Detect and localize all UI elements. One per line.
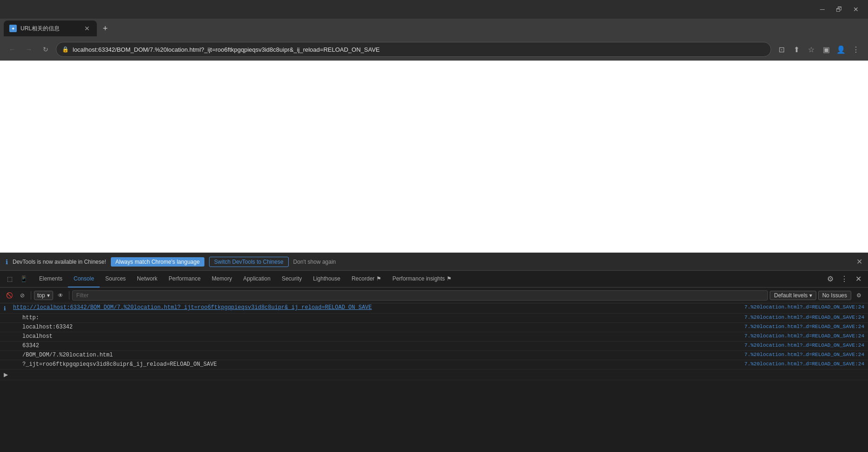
sub-right-5[interactable]: 7.%20location.html?…d=RELOAD_ON_SAVE:24	[745, 361, 864, 367]
tab-console[interactable]: Console	[68, 271, 100, 288]
nav-actions: ⊡ ⬆ ☆ ▣ 👤 ⋮	[775, 43, 862, 56]
table-row: localhost:63342 7.%20location.html?…d=RE…	[0, 323, 868, 332]
minimize-button[interactable]: ─	[816, 3, 829, 16]
share-icon[interactable]: ⬆	[790, 43, 803, 56]
tab-security[interactable]: Security	[276, 271, 307, 288]
table-row: http: 7.%20location.html?…d=RELOAD_ON_SA…	[0, 314, 868, 323]
back-button[interactable]: ←	[6, 43, 19, 56]
toolbar-separator	[31, 291, 31, 300]
tab-application[interactable]: Application	[237, 271, 276, 288]
toolbar-separator2	[69, 291, 69, 300]
no-issues-label: No Issues	[822, 292, 847, 299]
sub-right-4[interactable]: 7.%20location.html?…d=RELOAD_ON_SAVE:24	[745, 352, 864, 357]
tab-close-button[interactable]: ✕	[83, 24, 91, 33]
sub-text-3: 63342	[22, 342, 745, 349]
notification-icon: ℹ	[6, 258, 8, 266]
screenshot-icon[interactable]: ⊡	[775, 43, 788, 56]
context-selector[interactable]: top ▾	[34, 291, 53, 300]
url-bar[interactable]: 🔒 localhost:63342/BOM_DOM/7.%20location.…	[56, 42, 771, 57]
devtools-tabs: ⬚ 📱 Elements Console Sources Network Per…	[0, 271, 868, 288]
devtools-panel: ℹ DevTools is now available in Chinese! …	[0, 253, 868, 452]
console-expand-row[interactable]: ▶	[0, 370, 868, 380]
always-match-language-button[interactable]: Always match Chrome's language	[111, 257, 204, 267]
device-toolbar-icon[interactable]: 📱	[18, 273, 30, 285]
tab-memory[interactable]: Memory	[206, 271, 237, 288]
profile-icon[interactable]: 👤	[834, 43, 848, 56]
sub-text-1: localhost:63342	[22, 324, 745, 330]
notification-bar: ℹ DevTools is now available in Chinese! …	[0, 253, 868, 271]
sub-text-4: /BOM_DOM/7.%20location.html	[22, 352, 745, 358]
new-tab-button[interactable]: +	[99, 22, 112, 35]
table-row: 63342 7.%20location.html?…d=RELOAD_ON_SA…	[0, 342, 868, 351]
context-dropdown-arrow: ▾	[47, 292, 50, 299]
console-settings-icon[interactable]: ⚙	[853, 290, 864, 301]
expand-arrow-icon[interactable]: ▶	[4, 371, 8, 378]
lock-icon: 🔒	[62, 46, 69, 53]
tab-bar: ✦ URL相关的信息 ✕ +	[0, 19, 868, 38]
console-info-icon: ℹ	[4, 305, 6, 312]
dont-show-again-link[interactable]: Don't show again	[293, 259, 336, 265]
switch-to-chinese-button[interactable]: Switch DevTools to Chinese	[209, 257, 289, 267]
tab-network[interactable]: Network	[131, 271, 163, 288]
inspect-icon[interactable]: ⬚	[4, 273, 16, 285]
devtools-more-icon[interactable]: ⋮	[838, 273, 850, 285]
nav-bar: ← → ↻ 🔒 localhost:63342/BOM_DOM/7.%20loc…	[0, 38, 868, 61]
console-link-right[interactable]: 7.%20location.html?…d=RELOAD_ON_SAVE:24	[745, 304, 864, 310]
sub-text-0: http:	[22, 315, 745, 321]
default-levels-label: Default levels ▾	[774, 292, 812, 299]
sub-right-2[interactable]: 7.%20location.html?…d=RELOAD_ON_SAVE:24	[745, 333, 864, 339]
menu-icon[interactable]: ⋮	[849, 43, 862, 56]
table-row: ?_ijt=roo6ftkpgqpieqsv3id8c8uipr&_ij_rel…	[0, 360, 868, 370]
page-content	[0, 61, 868, 253]
browser-tab[interactable]: ✦ URL相关的信息 ✕	[4, 21, 97, 36]
tab-elements[interactable]: Elements	[34, 271, 68, 288]
console-main-row: ℹ http://localhost:63342/BOM_DOM/7.%20lo…	[0, 303, 868, 314]
sub-right-0[interactable]: 7.%20location.html?…d=RELOAD_ON_SAVE:24	[745, 315, 864, 320]
sub-text-2: localhost	[22, 333, 745, 340]
tab-title: URL相关的信息	[20, 25, 79, 33]
title-bar: ─ 🗗 ✕	[0, 0, 868, 19]
close-window-button[interactable]: ✕	[849, 3, 862, 16]
sub-right-1[interactable]: 7.%20location.html?…d=RELOAD_ON_SAVE:24	[745, 324, 864, 329]
tab-favicon: ✦	[9, 25, 17, 32]
bookmark-icon[interactable]: ☆	[805, 43, 818, 56]
default-levels-dropdown[interactable]: Default levels ▾	[770, 291, 816, 300]
clear-console-button[interactable]: 🚫	[4, 290, 15, 301]
devtools-settings-icon[interactable]: ⚙	[824, 273, 836, 285]
tab-performance[interactable]: Performance	[163, 271, 206, 288]
console-content: ℹ http://localhost:63342/BOM_DOM/7.%20lo…	[0, 303, 868, 452]
tab-sources[interactable]: Sources	[100, 271, 131, 288]
restore-button[interactable]: 🗗	[833, 3, 846, 16]
no-issues-button[interactable]: No Issues	[818, 291, 851, 300]
tab-lighthouse[interactable]: Lighthouse	[307, 271, 346, 288]
notification-text: DevTools is now available in Chinese!	[13, 259, 106, 265]
filter-input[interactable]	[72, 290, 768, 301]
sidebar-icon[interactable]: ▣	[820, 43, 833, 56]
forward-button[interactable]: →	[22, 43, 35, 56]
table-row: localhost 7.%20location.html?…d=RELOAD_O…	[0, 332, 868, 342]
context-top-label: top	[37, 292, 45, 299]
devtools-tab-icons: ⬚ 📱	[4, 273, 30, 285]
sub-text-5: ?_ijt=roo6ftkpgqpieqsv3id8c8uipr&_ij_rel…	[22, 361, 745, 368]
notification-close-button[interactable]: ✕	[856, 257, 862, 266]
devtools-close-icon[interactable]: ✕	[852, 273, 864, 285]
browser-chrome: ─ 🗗 ✕ ✦ URL相关的信息 ✕ + ← → ↻ 🔒 localhost:6…	[0, 0, 868, 61]
tab-recorder[interactable]: Recorder ⚑	[346, 271, 387, 288]
table-row: /BOM_DOM/7.%20location.html 7.%20locatio…	[0, 351, 868, 360]
sub-right-3[interactable]: 7.%20location.html?…d=RELOAD_ON_SAVE:24	[745, 342, 864, 348]
eye-button[interactable]: 👁	[55, 290, 66, 301]
url-text: localhost:63342/BOM_DOM/7.%20location.ht…	[73, 46, 765, 53]
filter-toggle-button[interactable]: ⊘	[17, 290, 28, 301]
devtools-tab-end: ⚙ ⋮ ✕	[824, 273, 864, 285]
console-link[interactable]: http://localhost:63342/BOM_DOM/7.%20loca…	[13, 304, 745, 311]
tab-performance-insights[interactable]: Performance insights ⚑	[387, 271, 457, 288]
reload-button[interactable]: ↻	[39, 43, 52, 56]
console-toolbar: 🚫 ⊘ top ▾ 👁 Default levels ▾ No Issues ⚙	[0, 288, 868, 303]
